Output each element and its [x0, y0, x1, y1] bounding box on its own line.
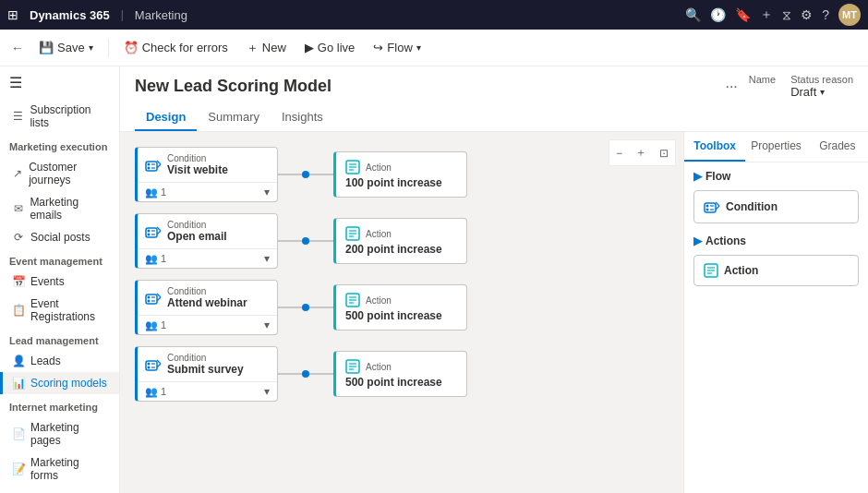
svg-rect-22: [146, 295, 157, 304]
command-bar: ← 💾 Save ▾ ⏰ Check for errors ＋ New ▶ Go…: [0, 30, 868, 66]
sidebar-item-events[interactable]: 📅 Events: [0, 271, 119, 293]
toolbox-tab-toolbox[interactable]: Toolbox: [684, 132, 745, 162]
condition-icon-3: [145, 290, 162, 307]
toolbox-section-flow: ▶ Flow: [684, 162, 868, 186]
go-live-icon: ▶: [305, 41, 314, 54]
expand-button-2[interactable]: ▾: [264, 252, 270, 265]
flow-row-1: Condition Visit webite 👥 1 ▾: [135, 147, 669, 202]
layout: ☰ ☰ Subscription lists Marketing executi…: [0, 66, 868, 493]
help-icon[interactable]: ?: [822, 7, 829, 22]
action-node-1[interactable]: Action 100 point increase: [333, 151, 467, 198]
zoom-out-button[interactable]: −: [611, 142, 627, 163]
action-toolbox-icon: [704, 263, 718, 278]
condition-node-2[interactable]: Condition Open email 👥 1 ▾: [135, 213, 278, 269]
action-node-3[interactable]: Action 500 point increase: [333, 284, 467, 331]
expand-button-3[interactable]: ▾: [264, 319, 270, 331]
toolbox-item-action[interactable]: Action: [693, 255, 859, 286]
design-canvas[interactable]: − ＋ ⊡: [120, 132, 683, 493]
go-live-button[interactable]: ▶ Go live: [297, 37, 362, 58]
canvas-toolbar: − ＋ ⊡: [609, 139, 676, 166]
sidebar-item-marketing-emails[interactable]: ✉ Marketing emails: [0, 191, 119, 226]
sidebar-item-social-posts[interactable]: ⟳ Social posts: [0, 226, 119, 248]
condition-node-4[interactable]: Condition Submit survey 👥 1 ▾: [135, 346, 278, 402]
plus-icon[interactable]: ＋: [760, 6, 773, 23]
save-dropdown-icon[interactable]: ▾: [89, 42, 93, 53]
svg-rect-0: [146, 162, 157, 171]
condition-icon-1: [145, 157, 162, 174]
status-dropdown-icon[interactable]: ▾: [820, 87, 825, 97]
svg-rect-33: [146, 361, 157, 370]
condition-node-3[interactable]: Condition Attend webinar 👥 1 ▾: [135, 280, 278, 335]
actions-arrow-icon: ▶: [693, 234, 702, 247]
tab-design[interactable]: Design: [135, 104, 197, 131]
flow-button[interactable]: ↪ Flow ▾: [366, 37, 428, 58]
separator: [108, 39, 109, 57]
check-icon: ⏰: [124, 41, 139, 54]
svg-point-12: [148, 229, 151, 232]
svg-point-23: [148, 295, 151, 298]
filter-icon[interactable]: ⧖: [782, 7, 791, 23]
social-icon: ⟳: [12, 231, 25, 244]
sidebar-item-marketing-forms[interactable]: 📝 Marketing forms: [0, 451, 119, 487]
person-icon-4: 👥: [145, 386, 158, 398]
toolbox-item-condition[interactable]: Condition: [693, 190, 859, 223]
sidebar-item-customer-journeys[interactable]: ↗ Customer journeys: [0, 156, 119, 191]
connector-1: [278, 171, 333, 178]
new-icon: ＋: [247, 40, 259, 56]
sidebar-item-scoring-models[interactable]: 📊 Scoring models: [0, 372, 119, 394]
flow-row-2: Condition Open email 👥 1 ▾: [135, 213, 669, 269]
svg-point-2: [148, 166, 151, 169]
grid-icon[interactable]: ⊞: [7, 7, 18, 22]
tab-insights[interactable]: Insights: [271, 104, 334, 131]
avatar[interactable]: MT: [838, 4, 861, 26]
fit-screen-button[interactable]: ⊡: [655, 142, 673, 163]
toolbox-panel: Toolbox Properties Grades ▶ Flow: [683, 132, 868, 493]
hamburger-icon[interactable]: ☰: [0, 66, 119, 99]
sidebar-item-marketing-websites[interactable]: 🌐 Marketing websites: [0, 487, 119, 493]
more-options-button[interactable]: ···: [725, 78, 737, 95]
bookmark-icon[interactable]: 🔖: [735, 7, 751, 22]
sidebar-item-subscription-lists[interactable]: ☰ Subscription lists: [0, 99, 119, 134]
new-button[interactable]: ＋ New: [239, 36, 294, 60]
sidebar-item-leads[interactable]: 👤 Leads: [0, 350, 119, 372]
app-name: Dynamics 365: [30, 8, 110, 22]
section-label-event-management: Event management: [0, 248, 119, 271]
svg-rect-44: [705, 203, 716, 212]
zoom-in-button[interactable]: ＋: [631, 142, 651, 163]
sidebar: ☰ ☰ Subscription lists Marketing executi…: [0, 66, 120, 493]
section-label-internet-marketing: Internet marketing: [0, 394, 119, 416]
action-node-2[interactable]: Action 200 point increase: [333, 218, 467, 264]
tab-bar: Design Summary Insights: [135, 104, 853, 131]
search-icon[interactable]: 🔍: [685, 7, 701, 22]
svg-point-45: [706, 205, 709, 208]
toolbox-tab-grades[interactable]: Grades: [807, 132, 868, 162]
toolbox-tab-bar: Toolbox Properties Grades: [684, 132, 868, 162]
pages-icon: 📄: [12, 427, 25, 440]
sidebar-item-marketing-pages[interactable]: 📄 Marketing pages: [0, 416, 119, 451]
action-icon-4: [345, 359, 360, 374]
flow-arrow-icon: ▶: [693, 170, 702, 183]
action-node-4[interactable]: Action 500 point increase: [333, 351, 467, 397]
clock-icon[interactable]: 🕐: [710, 7, 726, 22]
status-field: Status reason Draft ▾: [790, 74, 853, 99]
save-button[interactable]: 💾 Save ▾: [31, 37, 101, 58]
name-field: Name: [749, 74, 776, 99]
svg-point-46: [706, 209, 709, 211]
tab-summary[interactable]: Summary: [197, 104, 271, 131]
condition-node-1[interactable]: Condition Visit webite 👥 1 ▾: [135, 147, 278, 202]
svg-rect-11: [146, 228, 157, 237]
svg-point-24: [148, 299, 151, 302]
svg-point-35: [148, 366, 151, 368]
expand-button-1[interactable]: ▾: [264, 186, 270, 198]
check-errors-button[interactable]: ⏰ Check for errors: [116, 37, 235, 58]
settings-icon[interactable]: ⚙: [801, 7, 813, 22]
section-label-lead-management: Lead management: [0, 328, 119, 350]
back-button[interactable]: ←: [7, 37, 28, 59]
toolbox-tab-properties[interactable]: Properties: [745, 132, 806, 162]
expand-button-4[interactable]: ▾: [264, 385, 270, 398]
sidebar-item-event-registrations[interactable]: 📋 Event Registrations: [0, 293, 119, 328]
journey-icon: ↗: [12, 167, 23, 180]
condition-toolbox-icon: [704, 198, 720, 215]
action-icon-3: [345, 293, 360, 307]
svg-point-1: [148, 162, 151, 165]
